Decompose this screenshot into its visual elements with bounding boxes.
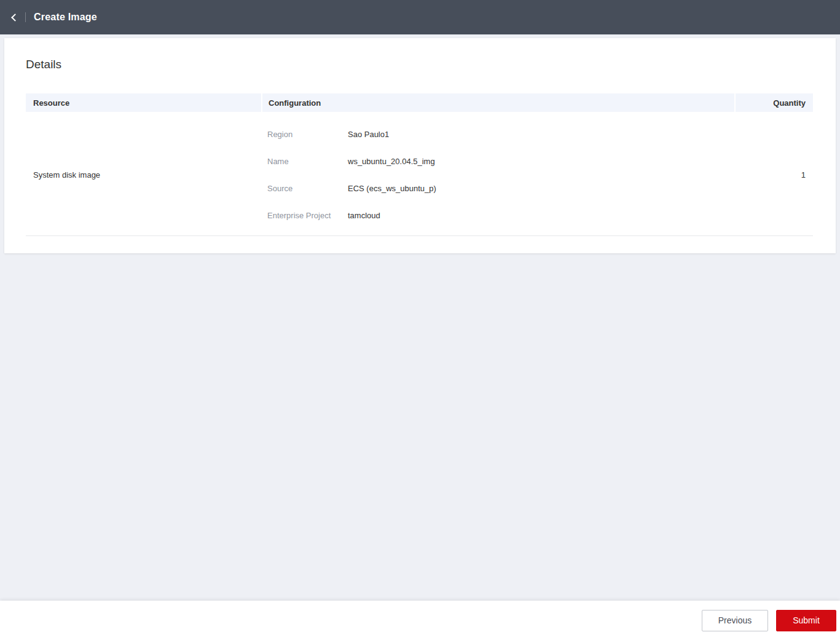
config-label: Enterprise Project <box>267 211 348 220</box>
resource-cell: System disk image <box>26 130 261 220</box>
configuration-cell: Region Sao Paulo1 Name ws_ubuntu_20.04.5… <box>261 130 736 220</box>
submit-button[interactable]: Submit <box>776 610 836 631</box>
chevron-left-icon <box>11 14 19 22</box>
page-title: Create Image <box>34 12 97 23</box>
footer-action-bar: Previous Submit <box>0 601 840 640</box>
details-table: Resource Configuration Quantity System d… <box>26 93 813 236</box>
details-heading: Details <box>26 58 813 71</box>
config-label: Region <box>267 130 348 139</box>
details-card: Details Resource Configuration Quantity … <box>4 38 836 253</box>
topbar-divider <box>25 12 26 22</box>
config-row-name: Name ws_ubuntu_20.04.5_img <box>267 157 736 166</box>
config-label: Source <box>267 184 348 193</box>
topbar: Create Image <box>0 0 840 34</box>
quantity-cell: 1 <box>736 130 813 220</box>
column-header-quantity: Quantity <box>736 93 813 112</box>
config-row-region: Region Sao Paulo1 <box>267 130 736 139</box>
previous-button[interactable]: Previous <box>702 610 768 631</box>
config-row-enterprise-project: Enterprise Project tamcloud <box>267 211 736 220</box>
config-label: Name <box>267 157 348 166</box>
config-value: ws_ubuntu_20.04.5_img <box>348 157 435 166</box>
column-header-resource: Resource <box>26 93 261 112</box>
table-header-row: Resource Configuration Quantity <box>26 93 813 112</box>
config-value: Sao Paulo1 <box>348 130 389 139</box>
config-value: ECS (ecs_ws_ubuntu_p) <box>348 184 436 193</box>
config-row-source: Source ECS (ecs_ws_ubuntu_p) <box>267 184 736 193</box>
config-value: tamcloud <box>348 211 380 220</box>
column-header-configuration: Configuration <box>262 93 734 112</box>
back-button[interactable] <box>5 7 23 27</box>
table-row: System disk image Region Sao Paulo1 Name… <box>26 112 813 236</box>
